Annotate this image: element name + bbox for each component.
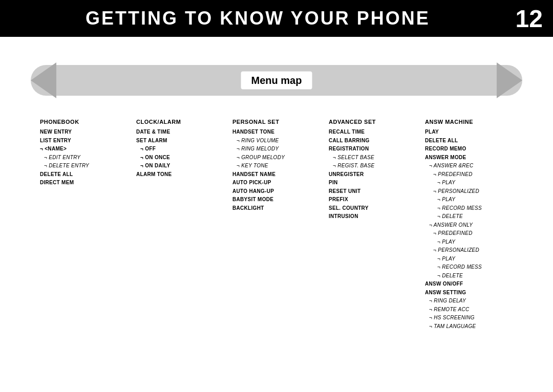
col-title-2: PERSONAL SET (232, 119, 321, 125)
col-0-item-2: ¬ <NAME> (40, 145, 128, 154)
menu-col-0: PHONEBOOKNEW ENTRYLIST ENTRY¬ <NAME>¬ ED… (36, 119, 132, 331)
col-1-item-3: ¬ ON ONCE (136, 154, 224, 162)
flow-bar: Menu map (31, 65, 522, 96)
col-0-item-0: NEW ENTRY (40, 128, 128, 137)
col-1-item-2: ¬ OFF (136, 145, 224, 154)
col-3-item-2: REGISTRATION (329, 145, 417, 154)
col-4-item-18: ANSW ON/OFF (425, 280, 513, 289)
col-4-item-16: ¬ RECORD MESS (425, 263, 513, 272)
col-title-0: PHONEBOOK (40, 119, 128, 125)
menu-columns: PHONEBOOKNEW ENTRYLIST ENTRY¬ <NAME>¬ ED… (31, 119, 522, 331)
col-4-item-6: ¬ PLAY (425, 179, 513, 187)
menu-col-2: PERSONAL SETHANDSET TONE¬ RING VOLUME¬ R… (228, 119, 325, 331)
col-4-item-4: ¬ ANSWER &REC (425, 162, 513, 170)
col-4-item-17: ¬ DELETE (425, 272, 513, 280)
col-3-item-8: PREFIX (329, 195, 417, 204)
col-1-item-0: DATE & TIME (136, 128, 224, 137)
right-arrow-icon (497, 62, 522, 98)
col-title-4: ANSW MACHINE (425, 119, 513, 125)
col-0-item-3: ¬ EDIT ENTRY (40, 154, 128, 162)
col-2-item-3: ¬ GROUP MELODY (232, 154, 321, 162)
col-2-item-2: ¬ RING MELODY (232, 145, 321, 154)
col-4-item-0: PLAY (425, 128, 513, 137)
col-2-item-9: BACKLIGHT (232, 204, 321, 213)
col-4-item-9: ¬ RECORD MESS (425, 204, 513, 213)
col-3-item-3: ¬ SELECT BASE (329, 154, 417, 162)
col-3-item-1: CALL BARRING (329, 137, 417, 145)
header: GETTING TO KNOW YOUR PHONE 12 (0, 0, 553, 37)
col-1-item-4: ¬ ON DAILY (136, 162, 224, 170)
col-0-item-5: DELETE ALL (40, 170, 128, 179)
col-0-item-1: LIST ENTRY (40, 137, 128, 145)
col-2-item-7: AUTO HANG-UP (232, 187, 321, 196)
col-3-item-6: PIN (329, 179, 417, 187)
col-3-item-7: RESET UNIT (329, 187, 417, 196)
col-1-item-1: SET ALARM (136, 137, 224, 145)
page-wrapper: GETTING TO KNOW YOUR PHONE 12 Menu map P… (0, 0, 553, 341)
col-2-item-8: BABYSIT MODE (232, 195, 321, 204)
col-4-item-3: ANSWER MODE (425, 154, 513, 162)
menu-col-1: CLOCK/ALARMDATE & TIMESET ALARM¬ OFF¬ ON… (132, 119, 228, 331)
col-4-item-7: ¬ PERSONALIZED (425, 187, 513, 196)
col-title-1: CLOCK/ALARM (136, 119, 224, 125)
col-4-item-8: ¬ PLAY (425, 195, 513, 204)
col-0-item-6: DIRECT MEM (40, 179, 128, 187)
col-3-item-9: SEL. COUNTRY (329, 204, 417, 213)
col-2-item-0: HANDSET TONE (232, 128, 321, 137)
col-title-3: ADVANCED SET (329, 119, 417, 125)
col-3-item-0: RECALL TIME (329, 128, 417, 137)
col-4-item-21: ¬ REMOTE ACC (425, 306, 513, 314)
content-area: Menu map PHONEBOOKNEW ENTRYLIST ENTRY¬ <… (0, 37, 553, 341)
left-arrow-icon (31, 62, 56, 98)
col-4-item-19: ANSW SETTING (425, 289, 513, 297)
col-4-item-10: ¬ DELETE (425, 212, 513, 221)
col-3-item-4: ¬ REGIST. BASE (329, 162, 417, 170)
col-2-item-5: HANDSET NAME (232, 170, 321, 179)
menu-map-container: Menu map (31, 52, 522, 108)
col-2-item-6: AUTO PICK-UP (232, 179, 321, 187)
col-4-item-1: DELETE ALL (425, 137, 513, 145)
col-4-item-14: ¬ PERSONALIZED (425, 246, 513, 255)
col-4-item-12: ¬ PREDEFINED (425, 229, 513, 238)
col-4-item-5: ¬ PREDEFINED (425, 170, 513, 179)
col-0-item-4: ¬ DELETE ENTRY (40, 162, 128, 170)
col-4-item-22: ¬ HS SCREENING (425, 314, 513, 322)
menu-map-label: Menu map (241, 72, 312, 90)
col-2-item-4: ¬ KEY TONE (232, 162, 321, 170)
col-4-item-15: ¬ PLAY (425, 255, 513, 264)
col-1-item-5: ALARM TONE (136, 170, 224, 179)
page-number: 12 (516, 5, 543, 33)
header-title: GETTING TO KNOW YOUR PHONE (10, 8, 505, 29)
menu-col-3: ADVANCED SETRECALL TIMECALL BARRINGREGIS… (325, 119, 421, 331)
col-4-item-23: ¬ TAM LANGUAGE (425, 322, 513, 331)
col-4-item-2: RECORD MEMO (425, 145, 513, 154)
col-2-item-1: ¬ RING VOLUME (232, 137, 321, 145)
col-4-item-11: ¬ ANSWER ONLY (425, 221, 513, 230)
col-4-item-13: ¬ PLAY (425, 238, 513, 247)
menu-col-4: ANSW MACHINEPLAYDELETE ALLRECORD MEMOANS… (421, 119, 517, 331)
col-3-item-5: UNREGISTER (329, 170, 417, 179)
col-4-item-20: ¬ RING DELAY (425, 297, 513, 306)
col-3-item-10: INTRUSION (329, 212, 417, 221)
